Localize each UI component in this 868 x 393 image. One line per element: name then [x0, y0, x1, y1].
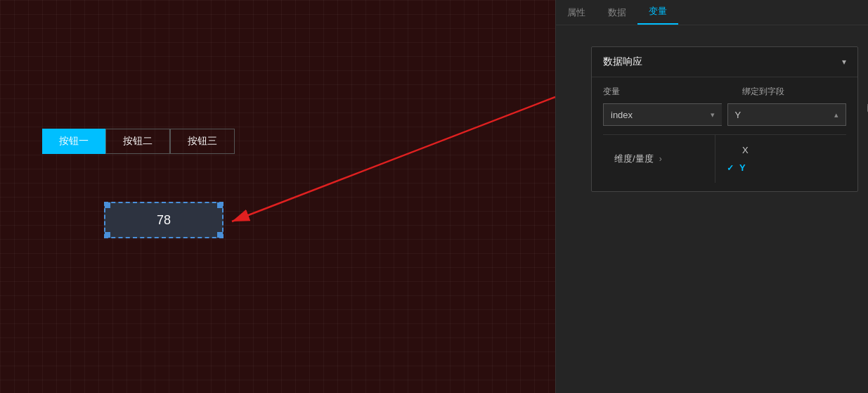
- bind-label: 绑定到字段: [707, 86, 846, 98]
- dimension-y-label: Y: [739, 162, 746, 173]
- variable-value: index: [611, 110, 633, 120]
- button-three[interactable]: 按钮三: [170, 129, 235, 154]
- corner-bl: [105, 232, 110, 238]
- data-response-panel: 数据响应 ▾ 变量 绑定到字段 index ▾ Y: [591, 46, 858, 192]
- field-labels: 变量 绑定到字段: [603, 86, 846, 98]
- dimension-section: 维度/量度 › X ✓ Y: [603, 134, 846, 183]
- corner-br: [217, 232, 223, 238]
- canvas-buttons: 按钮一 按钮二 按钮三: [42, 129, 235, 154]
- chevron-right-icon: ›: [659, 154, 662, 164]
- canvas-area: 按钮一 按钮二 按钮三 78: [0, 0, 555, 393]
- chevron-down-icon[interactable]: ▾: [842, 57, 846, 67]
- corner-tl: [105, 202, 110, 208]
- bind-chevron-icon: ▴: [834, 110, 838, 120]
- dimension-x-label: X: [742, 145, 749, 155]
- check-icon: ✓: [727, 163, 734, 173]
- corner-tr: [217, 202, 223, 208]
- panel-title: 数据响应: [603, 56, 642, 68]
- dimension-label-col[interactable]: 维度/量度 ›: [603, 135, 715, 183]
- delete-button[interactable]: [863, 99, 868, 116]
- bind-value: Y: [735, 110, 741, 120]
- tab-data[interactable]: 数据: [597, 1, 637, 25]
- dimension-y-item[interactable]: ✓ Y: [727, 161, 749, 174]
- field-selection-row: index ▾ Y ▴: [603, 103, 846, 126]
- tab-variable[interactable]: 变量: [637, 0, 678, 25]
- panel-header: 数据响应 ▾: [592, 47, 857, 77]
- variable-select[interactable]: index ▾: [603, 103, 722, 126]
- variable-chevron-icon: ▾: [711, 110, 715, 120]
- tab-bar: 属性 数据 变量: [556, 0, 868, 25]
- dimension-values-col: X ✓ Y: [715, 135, 760, 183]
- value-text: 78: [157, 213, 171, 228]
- arrow-overlay: [0, 0, 555, 393]
- dimension-x-item[interactable]: X: [727, 143, 749, 157]
- svg-line-1: [232, 97, 555, 221]
- right-panel: 属性 数据 变量 数据响应 ▾ 变量 绑定到字段 index: [555, 0, 868, 393]
- variable-label: 变量: [603, 86, 707, 98]
- dimension-label: 维度/量度: [614, 153, 654, 165]
- add-button[interactable]: +: [863, 75, 868, 92]
- panel-body: 变量 绑定到字段 index ▾ Y ▴: [592, 77, 857, 191]
- button-two[interactable]: 按钮二: [105, 129, 170, 154]
- bind-field-select[interactable]: Y ▴: [727, 103, 847, 126]
- tab-properties[interactable]: 属性: [556, 1, 597, 25]
- button-one[interactable]: 按钮一: [42, 129, 105, 154]
- value-display-box[interactable]: 78: [104, 202, 224, 238]
